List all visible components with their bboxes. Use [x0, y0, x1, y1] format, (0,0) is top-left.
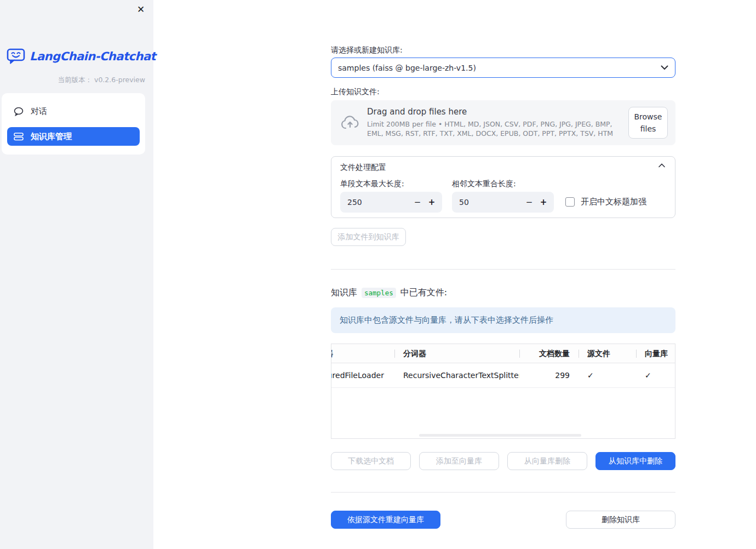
chevron-down-icon: [661, 65, 668, 70]
main-content: 请选择或新建知识库: samples (faiss @ bge-large-zh…: [331, 0, 675, 549]
cell-doc-count: 299: [519, 371, 579, 380]
chat-bubble-icon: [14, 107, 24, 116]
add-to-vector-button[interactable]: 添加至向量库: [419, 452, 499, 470]
chat-smiley-logo-icon: [7, 48, 25, 65]
sidebar: ✕ LangChain-Chatchat 当前版本： v0.2.6-previe…: [0, 0, 153, 549]
kb-select-label: 请选择或新建知识库:: [331, 45, 403, 55]
table-scroll-area[interactable]: 文档加载器 分词器 文档数量 源文件 向量库 UnstructuredFileL…: [331, 344, 675, 388]
chunk-size-label: 单段文本最大长度:: [340, 179, 404, 189]
expander-title[interactable]: 文件处理配置: [340, 163, 386, 173]
minus-button[interactable]: −: [522, 197, 536, 207]
version-text: 当前版本： v0.2.6-preview: [0, 76, 145, 85]
file-config-expander: 文件处理配置 单段文本最大长度: 250 − + 相邻文本重合长度: 50 − …: [331, 156, 675, 218]
sidebar-item-label: 对话: [31, 106, 47, 117]
cell-source-file-check: ✓: [579, 371, 636, 380]
dropzone-limit-text: Limit 200MB per file • HTML, MD, JSON, C…: [367, 120, 621, 139]
overlap-size-value: 50: [452, 198, 522, 207]
cloud-upload-icon: [341, 116, 359, 130]
browse-files-button[interactable]: Browse files: [628, 107, 668, 139]
kb-files-table: 文档加载器 分词器 文档数量 源文件 向量库 UnstructuredFileL…: [331, 344, 675, 439]
overlap-size-input[interactable]: 50 − +: [452, 192, 554, 213]
overlap-size-label: 相邻文本重合长度:: [452, 179, 516, 189]
add-files-to-kb-button[interactable]: 添加文件到知识库: [331, 228, 406, 246]
kb-list-icon: [14, 132, 24, 141]
dropzone-texts: Drag and drop files here Limit 200MB per…: [367, 107, 621, 139]
sidebar-nav-card: 对话 知识库管理: [2, 93, 145, 155]
kb-files-suffix: 中已有文件:: [400, 287, 447, 299]
delete-kb-button[interactable]: 删除知识库: [566, 511, 675, 529]
app-logo: LangChain-Chatchat: [7, 48, 147, 65]
horizontal-scrollbar[interactable]: [419, 434, 581, 437]
col-header-source-file: 源文件: [579, 344, 636, 363]
download-selected-button[interactable]: 下载选中文档: [331, 452, 411, 470]
cell-loader: UnstructuredFileLoader: [331, 371, 394, 380]
kb-selectbox-value: samples (faiss @ bge-large-zh-v1.5): [338, 64, 661, 72]
divider: [331, 269, 675, 270]
sidebar-item-dialogue[interactable]: 对话: [7, 102, 140, 121]
divider: [331, 492, 675, 493]
zh-title-enhance-checkbox[interactable]: 开启中文标题加强: [565, 197, 646, 207]
plus-button[interactable]: +: [425, 197, 439, 207]
table-row[interactable]: UnstructuredFileLoader RecursiveCharacte…: [331, 363, 675, 388]
delete-from-kb-button[interactable]: 从知识库中删除: [595, 452, 675, 470]
sidebar-item-kb-management[interactable]: 知识库管理: [7, 127, 140, 146]
kb-files-prefix: 知识库: [331, 287, 357, 299]
info-alert: 知识库中包含源文件与向量库，请从下表中选择文件后操作: [331, 307, 675, 333]
col-header-doc-count: 文档数量: [519, 344, 579, 363]
delete-from-vector-button[interactable]: 从向量库删除: [507, 452, 587, 470]
kb-name-code: samples: [362, 288, 396, 298]
cell-vector-store-check: ✓: [636, 371, 675, 380]
col-header-vector-store: 向量库: [636, 344, 675, 363]
plus-button[interactable]: +: [536, 197, 551, 207]
chevron-up-icon[interactable]: [658, 163, 665, 168]
chunk-size-value: 250: [340, 198, 410, 207]
rebuild-vector-store-button[interactable]: 依据源文件重建向量库: [331, 511, 440, 529]
chunk-size-input[interactable]: 250 − +: [340, 192, 442, 213]
minus-button[interactable]: −: [410, 197, 425, 207]
kb-selectbox[interactable]: samples (faiss @ bge-large-zh-v1.5): [331, 58, 675, 78]
table-header: 文档加载器 分词器 文档数量 源文件 向量库: [331, 344, 675, 363]
col-header-splitter: 分词器: [394, 344, 519, 363]
col-header-loader: 文档加载器: [331, 344, 394, 363]
checkbox-icon[interactable]: [565, 197, 575, 207]
sidebar-item-label: 知识库管理: [31, 131, 72, 142]
dropzone-title: Drag and drop files here: [367, 107, 621, 117]
checkbox-label: 开启中文标题加强: [581, 197, 646, 207]
kb-files-heading: 知识库 samples 中已有文件:: [331, 287, 447, 299]
upload-label: 上传知识文件:: [331, 87, 380, 97]
cell-splitter: RecursiveCharacterTextSplitter: [394, 371, 519, 380]
file-dropzone[interactable]: Drag and drop files here Limit 200MB per…: [331, 100, 675, 145]
sidebar-close-icon[interactable]: ✕: [135, 3, 147, 15]
app-logo-text: LangChain-Chatchat: [30, 50, 156, 63]
